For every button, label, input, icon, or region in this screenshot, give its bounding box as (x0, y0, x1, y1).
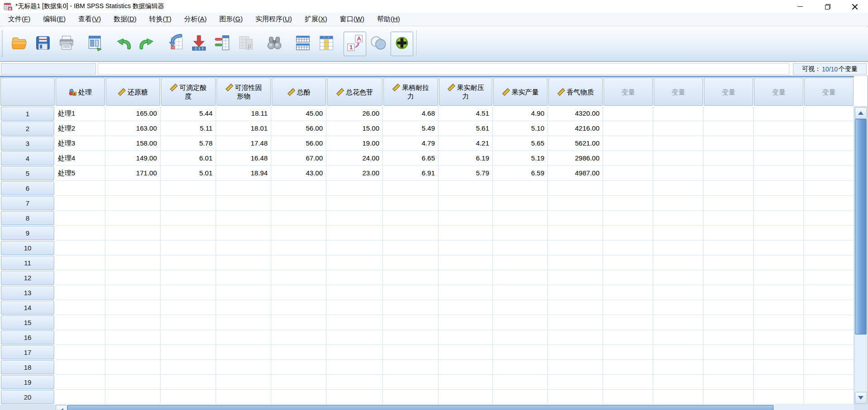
cell-placeholder-row1[interactable] (603, 106, 653, 121)
cell-stalk-pull-resistance-row17[interactable] (383, 345, 439, 360)
row-header-13[interactable]: 13 (1, 286, 54, 300)
cell-placeholder-row7[interactable] (653, 196, 703, 211)
cell-placeholder-row15[interactable] (754, 315, 804, 330)
row-header-9[interactable]: 9 (1, 226, 54, 240)
cell-soluble-solids-row6[interactable] (216, 181, 271, 196)
cell-placeholder-row1[interactable] (703, 106, 754, 121)
cell-soluble-solids-row3[interactable]: 17.48 (216, 136, 271, 151)
cell-reducing-sugar-row17[interactable] (105, 345, 160, 360)
cell-placeholder-row6[interactable] (804, 181, 854, 196)
cell-reducing-sugar-row19[interactable] (105, 375, 160, 390)
cell-fruit-yield-row20[interactable] (493, 390, 548, 405)
cell-stalk-pull-resistance-row9[interactable] (383, 226, 439, 240)
close-button[interactable] (841, 0, 868, 13)
row-header-20[interactable]: 20 (1, 390, 54, 404)
column-header-total-anthocyanins[interactable]: 总花色苷 (327, 78, 382, 106)
cell-fruit-yield-row6[interactable] (493, 181, 548, 196)
row-header-12[interactable]: 12 (1, 271, 54, 285)
variables-button[interactable] (211, 32, 234, 56)
insert-cases-button[interactable] (292, 32, 314, 56)
cell-fruit-compression-resistance-row8[interactable] (439, 211, 493, 226)
cell-placeholder-row3[interactable] (703, 136, 754, 151)
cell-aroma-substances-row9[interactable] (548, 226, 603, 240)
cell-placeholder-row13[interactable] (754, 285, 804, 300)
cell-placeholder-row14[interactable] (804, 300, 854, 315)
cell-stalk-pull-resistance-row5[interactable]: 6.91 (383, 166, 439, 181)
cell-placeholder-row4[interactable] (754, 151, 804, 166)
cell-placeholder-row2[interactable] (754, 121, 804, 136)
cell-placeholder-row8[interactable] (653, 211, 703, 226)
cell-titratable-acidity-row2[interactable]: 5.11 (160, 121, 216, 136)
cell-total-phenols-row17[interactable] (271, 345, 326, 360)
cell-total-anthocyanins-row20[interactable] (326, 390, 383, 405)
cell-fruit-compression-resistance-row20[interactable] (439, 390, 493, 405)
cell-fruit-yield-row16[interactable] (493, 330, 548, 345)
cell-aroma-substances-row14[interactable] (548, 300, 603, 315)
cell-placeholder-row1[interactable] (754, 106, 804, 121)
cell-titratable-acidity-row6[interactable] (160, 181, 216, 196)
cell-placeholder-row12[interactable] (754, 270, 804, 285)
cell-treatment-row6[interactable] (55, 181, 105, 196)
row-header-15[interactable]: 15 (1, 316, 54, 330)
column-header-placeholder[interactable]: 变量 (804, 78, 854, 106)
cell-reducing-sugar-row1[interactable]: 165.00 (105, 106, 160, 121)
cell-reducing-sugar-row8[interactable] (105, 211, 160, 226)
cell-fruit-compression-resistance-row1[interactable]: 4.51 (439, 106, 493, 121)
cell-placeholder-row12[interactable] (703, 270, 754, 285)
cell-placeholder-row3[interactable] (804, 136, 854, 151)
cell-stalk-pull-resistance-row2[interactable]: 5.49 (383, 121, 439, 136)
cell-aroma-substances-row17[interactable] (548, 345, 603, 360)
cell-fruit-yield-row13[interactable] (493, 285, 548, 300)
cell-placeholder-row9[interactable] (603, 226, 653, 240)
row-header-6[interactable]: 6 (1, 181, 54, 195)
menu-item-utilities[interactable]: 实用程序(U) (249, 13, 298, 25)
cell-aroma-substances-row5[interactable]: 4987.00 (548, 166, 603, 181)
cell-treatment-row5[interactable]: 处理5 (55, 166, 105, 181)
cell-fruit-compression-resistance-row10[interactable] (439, 240, 493, 255)
cell-reducing-sugar-row13[interactable] (105, 285, 160, 300)
row-header-19[interactable]: 19 (1, 375, 54, 389)
cell-placeholder-row2[interactable] (703, 121, 754, 136)
cell-total-phenols-row16[interactable] (271, 330, 326, 345)
cell-soluble-solids-row14[interactable] (216, 300, 271, 315)
row-header-4[interactable]: 4 (1, 151, 54, 165)
row-header-11[interactable]: 11 (1, 256, 54, 270)
toolbar-drag-handle[interactable] (2, 31, 5, 57)
cell-placeholder-row2[interactable] (804, 121, 854, 136)
cell-stalk-pull-resistance-row14[interactable] (383, 300, 439, 315)
cell-placeholder-row20[interactable] (603, 390, 653, 405)
cell-placeholder-row12[interactable] (653, 270, 703, 285)
cell-total-phenols-row5[interactable]: 43.00 (271, 166, 326, 181)
cell-total-anthocyanins-row8[interactable] (326, 211, 383, 226)
cell-total-anthocyanins-row18[interactable] (326, 360, 383, 375)
cell-placeholder-row18[interactable] (653, 360, 703, 375)
column-header-titratable-acidity[interactable]: 可滴定酸度 (161, 78, 216, 106)
cell-placeholder-row5[interactable] (754, 166, 804, 181)
cell-placeholder-row8[interactable] (603, 211, 653, 226)
cell-placeholder-row8[interactable] (804, 211, 854, 226)
row-header-14[interactable]: 14 (1, 301, 54, 315)
cell-aroma-substances-row12[interactable] (548, 270, 603, 285)
cell-aroma-substances-row10[interactable] (548, 240, 603, 255)
cell-stalk-pull-resistance-row3[interactable]: 4.79 (383, 136, 439, 151)
cell-total-phenols-row8[interactable] (271, 211, 326, 226)
cell-stalk-pull-resistance-row8[interactable] (383, 211, 439, 226)
cell-reducing-sugar-row12[interactable] (105, 270, 160, 285)
cell-aroma-substances-row20[interactable] (548, 390, 603, 405)
cell-stalk-pull-resistance-row4[interactable]: 6.65 (383, 151, 439, 166)
cell-total-anthocyanins-row4[interactable]: 24.00 (326, 151, 383, 166)
cell-fruit-compression-resistance-row14[interactable] (439, 300, 493, 315)
cell-fruit-compression-resistance-row12[interactable] (439, 270, 493, 285)
open-data-button[interactable] (8, 32, 31, 56)
cell-placeholder-row18[interactable] (703, 360, 754, 375)
cell-total-anthocyanins-row15[interactable] (326, 315, 383, 330)
cell-treatment-row19[interactable] (55, 375, 105, 390)
cell-placeholder-row1[interactable] (804, 106, 854, 121)
cell-total-phenols-row1[interactable]: 45.00 (271, 106, 326, 121)
cell-soluble-solids-row13[interactable] (216, 285, 271, 300)
cell-placeholder-row17[interactable] (653, 345, 703, 360)
cell-fruit-yield-row5[interactable]: 6.59 (493, 166, 548, 181)
cell-placeholder-row20[interactable] (653, 390, 703, 405)
cell-placeholder-row4[interactable] (653, 151, 703, 166)
cell-total-phenols-row19[interactable] (271, 375, 326, 390)
